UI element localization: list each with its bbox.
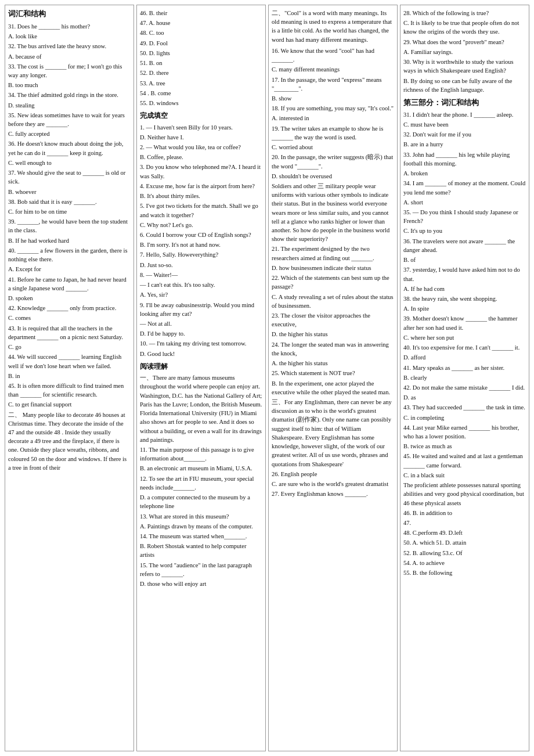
text-line: 33. John had _______ his leg while playi…: [403, 150, 526, 168]
text-line: C. must have been: [403, 120, 526, 129]
text-line: D. how businessmen indicate their status: [272, 264, 394, 272]
text-line: A. Paintings drawn by means of the compu…: [140, 522, 262, 531]
text-line: 54 . B. come: [140, 89, 262, 98]
text-line: 39. _______, he would have been the top …: [8, 217, 131, 235]
text-line: 44. Last year Mike earned _______ his br…: [403, 423, 526, 441]
text-line: B. If he had worked hard: [8, 236, 131, 245]
col2-reading: 一、There are many famous museums througho…: [140, 373, 262, 588]
col2-section2: 阅读理解: [140, 362, 262, 372]
text-line: 12. To see the art in FIU museum, your s…: [140, 474, 262, 492]
text-line: C. Why not? Let's go.: [140, 221, 262, 229]
text-line: 6. Could I borrow your CD of English son…: [140, 231, 262, 239]
text-line: 38. Bob said that it is easy _______.: [8, 197, 131, 206]
text-line: 50. A. which 51. D. attain: [403, 538, 526, 547]
text-line: B. in: [8, 372, 131, 380]
text-line: C. fully accepted: [8, 129, 131, 138]
text-line: 7. Hello, Sally. Howeverything?: [140, 250, 262, 259]
text-line: The proficient athlete possesses natural…: [403, 481, 526, 507]
text-line: C. go: [8, 343, 131, 351]
column-1: 词汇和结构 31. Does he _______ his mother? A.…: [5, 5, 134, 751]
text-line: 31. I didn't hear the phone. I _______ a…: [403, 110, 526, 119]
text-line: 14. The museum was started when_______.: [140, 532, 262, 541]
text-line: D. afford: [403, 353, 526, 362]
text-line: D. as: [403, 393, 526, 402]
text-line: C. in a black suit: [403, 471, 526, 480]
text-line: A. broken: [403, 169, 526, 178]
text-line: 18. If you are something, you may say, "…: [272, 104, 394, 113]
text-line: 47. A. house: [140, 19, 262, 27]
text-line: 27. Every Englishman knows _______.: [272, 489, 394, 498]
col2-answers: 46. B. their47. A. house48. C. too49. D.…: [140, 9, 262, 107]
text-line: 19. The writer takes an example to show …: [272, 124, 394, 142]
text-line: 24. The longer the seated man was in ans…: [272, 340, 394, 358]
text-line: 43. It is required that all the teachers…: [8, 324, 131, 341]
text-line: B. Coffee, please.: [140, 153, 262, 161]
col4-items: 28. Which of the following is true? C. I…: [403, 9, 526, 94]
text-line: C. comes: [8, 314, 131, 322]
text-line: Soldiers and other 三 military people wea…: [272, 182, 394, 244]
text-line: 35. — Do you think I should study Japane…: [403, 208, 526, 225]
text-line: 36. He doesn't know much about doing the…: [8, 139, 131, 157]
text-line: 21. The experiment designed by the two r…: [272, 244, 394, 262]
text-line: 40. It's too expensive for me. I can't _…: [403, 343, 526, 352]
text-line: D. the higher his status: [272, 330, 394, 339]
text-line: 8. — Waiter!—: [140, 271, 262, 279]
column-2: 46. B. their47. A. house48. C. too49. D.…: [136, 5, 266, 751]
text-line: — I can't eat this. It's too salty.: [140, 280, 262, 289]
text-line: 23. The closer the visitor approaches th…: [272, 311, 394, 329]
text-line: A. short: [403, 198, 526, 207]
text-line: 42. Knowledge _______ only from practice…: [8, 304, 131, 312]
column-3: 二、"Cool" is a word with many meanings. I…: [268, 5, 398, 751]
text-line: 49. D. Fool: [140, 39, 262, 48]
text-line: 10. — I'm taking my driving test tomorro…: [140, 339, 262, 348]
text-line: C. many different meanings: [272, 65, 394, 74]
text-line: 40. _______ a few flowers in the garden,…: [8, 246, 131, 264]
text-line: 48. C.perform 49. D.left: [403, 528, 526, 537]
text-line: 54. A. to achieve: [403, 559, 526, 567]
text-line: C. It's up to you: [403, 226, 526, 235]
text-line: 29. What does the word "proverb" mean?: [403, 38, 526, 46]
col2-dialog: 1. — I haven't seen Billy for 10 years. …: [140, 123, 262, 358]
text-line: 13. What are stored in this museum?: [140, 512, 262, 521]
text-line: 32. The bus arrived late the heavy snow.: [8, 42, 131, 51]
text-line: — Not at all.: [140, 319, 262, 328]
text-line: 52. B. allowing 53.c. Of: [403, 549, 526, 557]
text-line: 9. I'll be away oabusinesstrip. Would yo…: [140, 301, 262, 318]
text-line: 51. B. on: [140, 59, 262, 67]
text-line: 1. — I haven't seen Billy for 10 years.: [140, 123, 262, 132]
page: 词汇和结构 31. Does he _______ his mother? A.…: [0, 0, 534, 756]
text-line: 47.: [403, 519, 526, 527]
text-line: B. clearly: [403, 373, 526, 382]
text-line: C. worried about: [272, 143, 394, 152]
text-line: 30. Why is it worthwhile to study the va…: [403, 57, 526, 75]
col1-title: 词汇和结构: [8, 9, 131, 20]
text-line: D. stealing: [8, 101, 131, 110]
text-line: 11. The main purpose of this passage is …: [140, 445, 262, 463]
text-line: 39. Mother doesn't know _______ the hamm…: [403, 314, 526, 332]
text-line: D. those who will enjoy art: [140, 579, 262, 588]
text-line: 4. Excuse me, how far is the airport fro…: [140, 182, 262, 190]
text-line: 37. We should give the seat to _______ i…: [8, 168, 131, 186]
text-line: C. for him to be on time: [8, 207, 131, 216]
text-line: A. In spite: [403, 304, 526, 313]
text-line: B. twice as much as: [403, 442, 526, 451]
text-line: 53. A. tree: [140, 79, 262, 88]
text-line: B. of: [403, 255, 526, 264]
text-line: 28. Which of the following is true?: [403, 9, 526, 17]
text-line: 41. Mary speaks as _______ as her sister…: [403, 363, 526, 372]
text-line: C. are sure who is the world's greatest …: [272, 480, 394, 488]
text-line: 2. — What would you like, tea or coffee?: [140, 143, 262, 152]
text-line: 46. B. their: [140, 9, 262, 17]
text-line: 17. In the passage, the word "express" m…: [272, 75, 394, 93]
text-line: 45. It is often more difficult to find t…: [8, 381, 131, 399]
text-line: 43. They had succeeded _______ the task …: [403, 403, 526, 412]
text-line: B. whoever: [8, 188, 131, 196]
text-line: D. Just so-so.: [140, 261, 262, 269]
text-line: B. show: [272, 94, 394, 103]
text-line: 22. Which of the statements can best sum…: [272, 273, 394, 291]
text-line: C. to get financial support: [8, 400, 131, 409]
text-line: D. Good luck!: [140, 350, 262, 358]
text-line: 44. We will succeed _______ learning Eng…: [8, 352, 131, 370]
col4-section: 第三部分：词汇和结构: [403, 98, 526, 109]
text-line: 3. Do you know who telephoned me?A. I he…: [140, 163, 262, 180]
